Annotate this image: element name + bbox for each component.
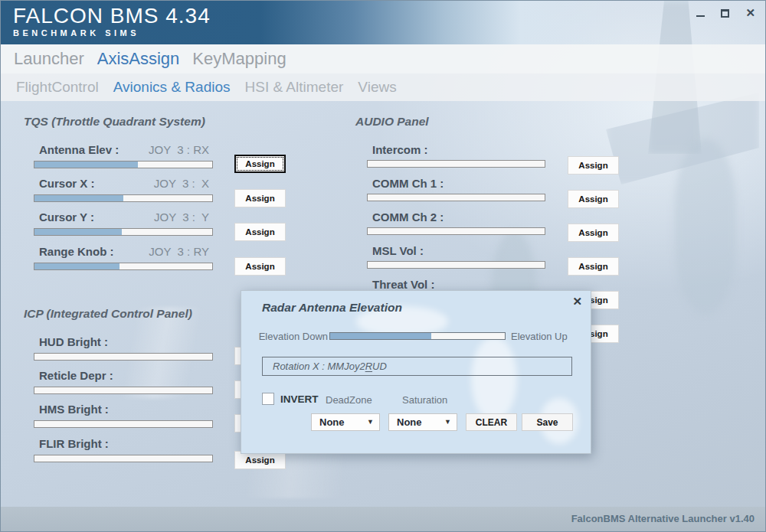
axis-bar xyxy=(367,261,545,269)
axis-label: COMM Ch 2 : xyxy=(372,211,444,224)
deadzone-label: DeadZone xyxy=(326,394,372,406)
assign-button-comm-ch1[interactable]: Assign xyxy=(568,190,619,208)
axis-bar-fill xyxy=(34,162,138,168)
axis-label: Cursor Y : xyxy=(39,211,94,224)
axis-bar xyxy=(367,160,545,168)
axis-row-intercom: Intercom : xyxy=(357,143,545,171)
jet-fuselage-shape xyxy=(675,139,736,315)
axis-row-reticle-depr: Reticle Depr : xyxy=(24,369,209,397)
assign-button-antenna-elev[interactable]: Assign xyxy=(234,155,286,173)
axis-label: HMS Bright : xyxy=(39,403,109,416)
axis-value: JOY 3 : RX xyxy=(149,143,209,156)
tab-avionics-radios[interactable]: Avionics & Radios xyxy=(113,79,231,96)
axis-row-range-knob: Range Knob : JOY 3 : RY xyxy=(24,245,209,273)
axis-label: Reticle Depr : xyxy=(39,369,113,382)
save-button[interactable]: Save xyxy=(522,413,573,431)
tab-flightcontrol[interactable]: FlightControl xyxy=(16,79,99,96)
axis-bar xyxy=(34,194,213,202)
app-subtitle: BENCHMARK SIMS xyxy=(13,28,211,38)
minimize-icon[interactable] xyxy=(696,15,705,17)
app-window: FALCON BMS 4.34 BENCHMARK SIMS ✕ Launche… xyxy=(0,0,766,532)
axis-row-msl-vol: MSL Vol : xyxy=(357,244,545,272)
axis-bar-fill xyxy=(34,195,123,201)
section-title-icp: ICP (Integrated Control Panel) xyxy=(24,307,192,321)
axis-bar xyxy=(34,420,213,428)
assign-button-cursor-x[interactable]: Assign xyxy=(234,189,286,207)
axis-binding-input[interactable]: Rotation X : MMJoy2RUD xyxy=(262,357,572,376)
section-title-tqs: TQS (Throttle Quadrant System) xyxy=(24,115,205,129)
assign-button-range-knob[interactable]: Assign xyxy=(234,257,286,276)
radar-antenna-elevation-dialog: Radar Antenna Elevation ✕ Elevation Down… xyxy=(241,290,591,454)
axis-label: Antenna Elev : xyxy=(39,143,119,156)
tab-axisassign[interactable]: AxisAssign xyxy=(97,49,180,69)
elevation-up-label: Elevation Up xyxy=(511,331,588,342)
axis-label: Cursor X : xyxy=(39,177,95,190)
axis-row-cursor-y: Cursor Y : JOY 3 : Y xyxy=(24,211,209,238)
clear-button[interactable]: CLEAR xyxy=(466,413,517,431)
axis-binding-text: Rotation X : MMJoy2 xyxy=(273,361,365,372)
jet-wing-shape xyxy=(606,93,759,184)
axis-label: HUD Bright : xyxy=(39,335,108,348)
axis-value: JOY 3 : X xyxy=(154,177,209,190)
axis-row-antenna-elev: Antenna Elev : JOY 3 : RX xyxy=(24,143,209,171)
axis-row-comm-ch2: COMM Ch 2 : xyxy=(357,211,545,238)
axis-row-comm-ch1: COMM Ch 1 : xyxy=(357,177,545,204)
tab-hsi-altimeter[interactable]: HSI & Altimeter xyxy=(245,79,344,96)
elevation-axis-bar-fill xyxy=(330,333,431,339)
axis-bar xyxy=(367,194,545,201)
axis-bar xyxy=(367,227,545,235)
section-title-audio: AUDIO Panel xyxy=(355,115,429,129)
sub-nav: FlightControl Avionics & Radios HSI & Al… xyxy=(1,73,765,101)
axis-bar xyxy=(34,455,213,462)
dialog-texture-blob xyxy=(471,337,517,421)
elevation-down-label: Elevation Down xyxy=(257,331,328,342)
assign-button-comm-ch2[interactable]: Assign xyxy=(568,224,619,242)
axis-label: Range Knob : xyxy=(39,245,114,258)
assign-button-msl-vol[interactable]: Assign xyxy=(568,257,619,276)
close-icon[interactable]: ✕ xyxy=(745,7,755,19)
axis-row-hms-bright: HMS Bright : xyxy=(24,403,209,430)
assign-button-cursor-y[interactable]: Assign xyxy=(234,223,286,241)
saturation-label: Saturation xyxy=(402,394,447,406)
brand-block: FALCON BMS 4.34 BENCHMARK SIMS xyxy=(13,5,211,38)
deadzone-dropdown[interactable]: None ▼ xyxy=(311,413,380,431)
axis-row-cursor-x: Cursor X : JOY 3 : X xyxy=(24,177,209,204)
invert-label: INVERT xyxy=(280,393,319,405)
axis-bar xyxy=(34,161,213,168)
chevron-down-icon: ▼ xyxy=(444,414,451,430)
chevron-down-icon: ▼ xyxy=(367,414,374,430)
axis-label: FLIR Bright : xyxy=(39,437,109,450)
footer-bar: FalconBMS Alternative Launcher v1.40 xyxy=(1,507,765,531)
axis-bar xyxy=(34,228,213,236)
axis-label: MSL Vol : xyxy=(372,244,424,257)
axis-bar-fill xyxy=(34,229,122,235)
axis-row-flir-bright: FLIR Bright : xyxy=(24,437,209,465)
axis-label: Threat Vol : xyxy=(372,278,434,291)
app-title: FALCON BMS 4.34 xyxy=(13,5,211,28)
axis-label: COMM Ch 1 : xyxy=(372,177,444,190)
tab-launcher[interactable]: Launcher xyxy=(14,49,84,69)
axis-bar xyxy=(34,353,213,361)
axis-value: JOY 3 : RY xyxy=(149,245,209,258)
deadzone-dropdown-value: None xyxy=(319,416,345,428)
axis-value: JOY 3 : Y xyxy=(154,211,209,224)
axis-bar-fill xyxy=(34,263,119,269)
axis-binding-text-underlined: R xyxy=(365,361,372,372)
maximize-icon[interactable] xyxy=(721,9,729,18)
saturation-dropdown[interactable]: None ▼ xyxy=(388,413,457,431)
window-controls: ✕ xyxy=(696,6,755,20)
elevation-axis-bar xyxy=(329,332,506,340)
dialog-close-icon[interactable]: ✕ xyxy=(572,295,582,308)
axis-bar xyxy=(34,263,213,270)
axis-bar xyxy=(34,387,213,394)
tab-keymapping[interactable]: KeyMapping xyxy=(192,49,286,69)
axis-row-hud-bright: HUD Bright : xyxy=(24,335,209,363)
saturation-dropdown-value: None xyxy=(397,416,422,428)
axis-label: Intercom : xyxy=(372,143,428,156)
assign-button-intercom[interactable]: Assign xyxy=(568,156,619,175)
dialog-title: Radar Antenna Elevation xyxy=(262,301,402,315)
tab-views[interactable]: Views xyxy=(358,79,396,96)
invert-checkbox[interactable] xyxy=(262,393,274,405)
version-text: FalconBMS Alternative Launcher v1.40 xyxy=(571,513,755,524)
main-nav: Launcher AxisAssign KeyMapping xyxy=(1,44,765,73)
